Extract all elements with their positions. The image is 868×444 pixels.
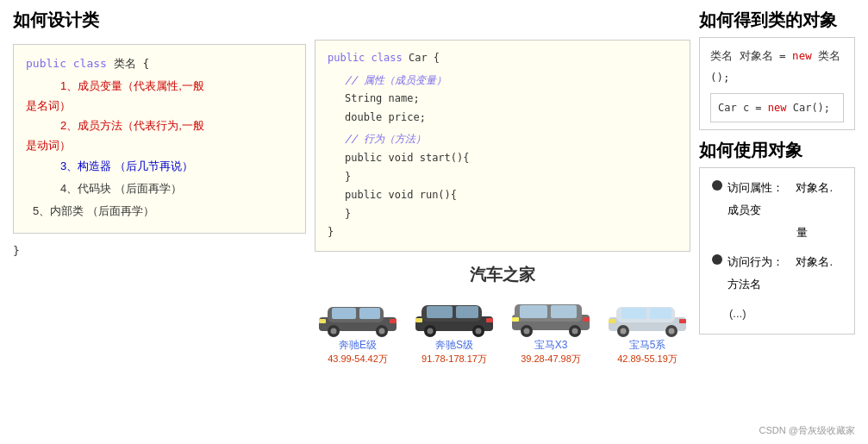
- svg-rect-19: [486, 318, 493, 322]
- svg-rect-29: [583, 317, 590, 322]
- svg-point-5: [331, 328, 337, 334]
- svg-point-37: [669, 328, 675, 334]
- car-name-4: 宝马5系: [629, 338, 666, 353]
- svg-rect-13: [456, 306, 478, 318]
- inner-class-label: 5、内部类 （后面再学）: [33, 204, 154, 217]
- car-image-2: [411, 293, 497, 338]
- member-method-label: 2、成员方法（代表行为,一般: [60, 119, 204, 132]
- member-var-label: 1、成员变量（代表属性,一般: [60, 79, 204, 92]
- svg-rect-23: [551, 305, 577, 318]
- svg-rect-18: [415, 318, 422, 322]
- car-price-2: 91.78-178.17万: [422, 353, 487, 366]
- cars-grid: 奔驰E级 43.99-54.42万: [315, 293, 690, 366]
- svg-rect-39: [679, 319, 686, 323]
- car-item-2: 奔驰S级 91.78-178.17万: [411, 293, 497, 366]
- obtain-box: 类名 对象名 = new 类名 (); Car c = new Car();: [699, 37, 855, 130]
- car-name-1: 奔驰E级: [339, 338, 377, 353]
- car-item-3: 宝马X3 39.28-47.98万: [508, 293, 594, 366]
- constructor-label: 3、构造器 （后几节再说）: [60, 159, 193, 172]
- svg-rect-8: [319, 319, 326, 323]
- svg-point-15: [428, 328, 434, 334]
- usage-title: 如何使用对象: [699, 139, 855, 162]
- svg-point-17: [476, 328, 482, 334]
- cars-title: 汽车之家: [315, 264, 690, 286]
- middle-column: public class Car { // 属性（成员变量） String na…: [315, 9, 690, 435]
- member-var-noun: 是名词）: [26, 99, 71, 112]
- svg-point-27: [572, 328, 578, 334]
- svg-rect-32: [621, 308, 646, 319]
- car-price-1: 43.99-54.42万: [328, 353, 388, 366]
- car-name-2: 奔驰S级: [435, 338, 473, 353]
- class-design-box: public class 类名 { 1、成员变量（代表属性,一般 是名词） 2、…: [13, 44, 306, 234]
- obtain-title: 如何得到类的对象: [699, 9, 855, 32]
- svg-rect-3: [359, 308, 380, 319]
- car-class-box: public class Car { // 属性（成员变量） String na…: [315, 40, 690, 252]
- car-price-3: 39.28-47.98万: [521, 353, 581, 366]
- svg-rect-9: [390, 319, 397, 323]
- watermark: CSDN @骨灰级收藏家: [759, 424, 855, 437]
- car-item-4: 宝马5系 42.89-55.19万: [604, 293, 690, 366]
- car-image-3: [508, 293, 594, 338]
- usage-item-3: (...): [712, 303, 842, 325]
- car-name-3: 宝马X3: [534, 338, 568, 353]
- member-method-verb: 是动词）: [26, 139, 71, 152]
- left-title: 如何设计类: [13, 9, 306, 32]
- bullet-dot-1: [712, 180, 722, 191]
- svg-point-35: [621, 328, 627, 334]
- svg-rect-38: [609, 319, 615, 323]
- code-block-label: 4、代码块 （后面再学）: [60, 182, 182, 195]
- car-price-4: 42.89-55.19万: [617, 353, 678, 366]
- car-image-4: [604, 293, 690, 338]
- right-column: 如何得到类的对象 类名 对象名 = new 类名 (); Car c = new…: [699, 9, 855, 435]
- svg-rect-33: [650, 308, 671, 319]
- usage-item-2: 访问行为： 对象名.方法名: [712, 251, 842, 296]
- keyword-public: public class: [26, 57, 107, 70]
- closing-brace: }: [13, 244, 306, 257]
- left-column: 如何设计类 public class 类名 { 1、成员变量（代表属性,一般 是…: [13, 9, 306, 435]
- usage-section: 如何使用对象 访问属性： 对象名.成员变 量 访问行为： 对象名.方法名 (..…: [699, 139, 855, 435]
- bullet-dot-2: [712, 254, 722, 265]
- svg-point-7: [379, 328, 385, 334]
- svg-rect-28: [512, 317, 519, 322]
- usage-box: 访问属性： 对象名.成员变 量 访问行为： 对象名.方法名 (...): [699, 167, 855, 335]
- svg-rect-12: [427, 306, 453, 318]
- svg-rect-22: [520, 305, 547, 318]
- cars-section: 汽车之家 奔驰E级: [315, 264, 690, 366]
- car-item-1: 奔驰E级 43.99-54.42万: [315, 293, 401, 366]
- usage-item-1: 访问属性： 对象名.成员变 量: [712, 177, 842, 244]
- car-image-1: [315, 293, 401, 338]
- svg-point-25: [524, 328, 530, 334]
- svg-rect-2: [332, 308, 356, 319]
